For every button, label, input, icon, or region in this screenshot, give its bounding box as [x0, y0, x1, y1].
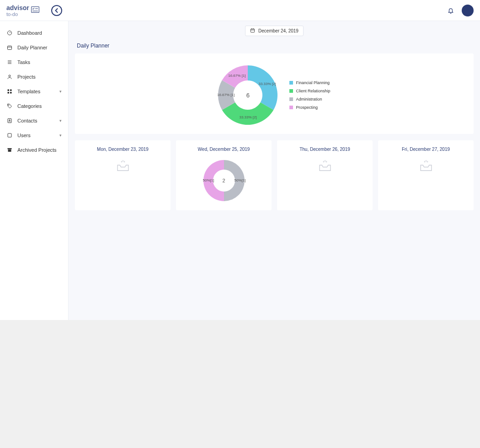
grid-icon	[6, 88, 13, 95]
legend-label: Financial Planning	[296, 80, 330, 85]
sidebar-item-tasks[interactable]: Tasks	[0, 55, 68, 69]
sidebar-item-label: Contacts	[17, 118, 55, 123]
svg-rect-11	[10, 90, 12, 91]
legend-swatch	[289, 106, 293, 109]
mini-donut-chart: 250%[1]50%[1]	[203, 160, 245, 201]
sidebar-item-archived-projects[interactable]: Archived Projects	[0, 143, 68, 157]
brand-main: advisor	[6, 4, 29, 11]
sidebar-item-users[interactable]: Users▾	[0, 128, 68, 143]
day-card[interactable]: Wed, December 25, 2019250%[1]50%[1]	[176, 140, 272, 210]
section-title: Daily Planner	[69, 39, 480, 53]
day-card-title: Fri, December 27, 2019	[402, 147, 450, 152]
day-card[interactable]: Thu, December 26, 2019	[277, 140, 373, 210]
legend-swatch	[289, 97, 293, 101]
main-donut-total: 6	[246, 92, 250, 99]
svg-rect-4	[8, 46, 12, 50]
sidebar-item-projects[interactable]: Projects	[0, 69, 68, 84]
chevron-down-icon: ▾	[59, 133, 62, 138]
topbar-left: advisor to-do	[6, 4, 62, 17]
legend-item[interactable]: Prospecting	[289, 105, 330, 110]
sidebar-item-label: Dashboard	[17, 30, 62, 36]
legend-item[interactable]: Client Relationship	[289, 89, 330, 93]
calendar-icon	[250, 28, 255, 34]
slice-label: 50%[1]	[235, 178, 246, 182]
svg-rect-0	[31, 6, 39, 12]
brand-logo[interactable]: advisor to-do	[6, 4, 39, 17]
day-card-title: Thu, December 26, 2019	[299, 147, 350, 152]
checklist-icon	[31, 6, 39, 15]
svg-rect-10	[8, 90, 10, 91]
main-donut-chart: 6 33.33% [2]33.33% [2]16.67% [1]16.67% […	[218, 65, 277, 125]
avatar[interactable]	[462, 5, 474, 16]
svg-point-14	[8, 105, 9, 106]
chevron-down-icon: ▾	[59, 89, 62, 94]
user-icon	[6, 74, 13, 80]
tag-icon	[6, 103, 13, 109]
box-icon	[6, 132, 13, 139]
legend: Financial PlanningClient RelationshipAdm…	[289, 80, 330, 110]
calendar-icon	[6, 44, 13, 51]
back-button[interactable]	[51, 5, 62, 16]
body: DashboardDaily PlannerTasksProjectsTempl…	[0, 21, 480, 320]
topbar: advisor to-do	[0, 0, 480, 21]
sidebar-item-dashboard[interactable]: Dashboard	[0, 26, 68, 40]
legend-label: Administration	[296, 97, 322, 101]
slice-label: 33.33% [2]	[239, 115, 256, 119]
sidebar-item-contacts[interactable]: Contacts▾	[0, 113, 68, 128]
svg-rect-12	[8, 92, 10, 94]
sidebar-item-categories[interactable]: Categories	[0, 99, 68, 113]
mini-donut-total: 2	[222, 178, 225, 183]
list-icon	[6, 59, 13, 65]
content: December 24, 2019 Daily Planner 6 33.33%…	[69, 21, 480, 320]
notifications-button[interactable]	[446, 6, 455, 15]
date-row: December 24, 2019	[69, 21, 480, 39]
date-picker-value: December 24, 2019	[258, 28, 299, 33]
chevron-down-icon: ▾	[59, 118, 62, 123]
sidebar-item-label: Tasks	[17, 59, 62, 65]
empty-inbox-icon	[115, 160, 131, 174]
svg-rect-19	[8, 149, 11, 152]
day-card[interactable]: Fri, December 27, 2019	[378, 140, 474, 210]
svg-point-16	[9, 120, 11, 121]
empty-inbox-icon	[317, 160, 333, 174]
donut-wrap: 6 33.33% [2]33.33% [2]16.67% [1]16.67% […	[218, 65, 330, 125]
archive-icon	[6, 147, 13, 153]
day-card-title: Mon, December 23, 2019	[97, 147, 149, 152]
sidebar-item-daily-planner[interactable]: Daily Planner	[0, 40, 68, 55]
sidebar-item-label: Projects	[17, 74, 62, 80]
sidebar-item-label: Users	[17, 133, 55, 138]
svg-rect-18	[8, 148, 12, 149]
slice-label: 16.67% [1]	[217, 93, 235, 97]
svg-rect-17	[8, 133, 11, 137]
legend-label: Prospecting	[296, 105, 318, 110]
gauge-icon	[6, 30, 13, 36]
svg-rect-13	[10, 92, 12, 94]
empty-inbox-icon	[418, 160, 434, 174]
sidebar-item-label: Templates	[17, 89, 55, 94]
date-picker[interactable]: December 24, 2019	[245, 26, 304, 36]
svg-rect-20	[251, 29, 254, 32]
sidebar-item-label: Daily Planner	[17, 45, 62, 50]
slice-label: 16.67% [1]	[228, 74, 245, 78]
legend-swatch	[289, 81, 293, 85]
slice-label: 33.33% [2]	[258, 82, 276, 86]
day-card-title: Wed, December 25, 2019	[198, 147, 250, 152]
app-root: advisor to-do	[0, 0, 480, 320]
legend-label: Client Relationship	[296, 89, 330, 93]
legend-item[interactable]: Financial Planning	[289, 80, 330, 85]
sidebar-item-templates[interactable]: Templates▾	[0, 84, 68, 99]
sidebar-item-label: Categories	[17, 103, 62, 109]
main-chart-card: 6 33.33% [2]33.33% [2]16.67% [1]16.67% […	[75, 53, 474, 134]
contacts-icon	[6, 117, 13, 124]
sidebar-item-label: Archived Projects	[17, 147, 62, 153]
day-card[interactable]: Mon, December 23, 2019	[75, 140, 171, 210]
sidebar: DashboardDaily PlannerTasksProjectsTempl…	[0, 21, 69, 320]
day-cards-row: Mon, December 23, 2019Wed, December 25, …	[69, 140, 480, 217]
legend-swatch	[289, 89, 293, 93]
svg-point-9	[9, 75, 11, 77]
topbar-right	[446, 5, 474, 16]
slice-label: 50%[1]	[203, 178, 214, 182]
legend-item[interactable]: Administration	[289, 97, 330, 101]
brand-sub: to-do	[6, 11, 29, 17]
